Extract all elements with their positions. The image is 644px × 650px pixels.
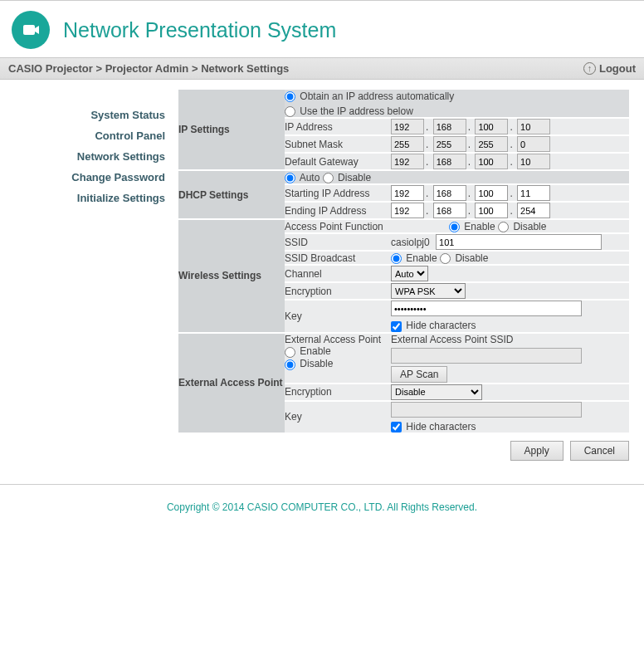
subnet-c[interactable] — [475, 136, 508, 152]
radio-obtain-ip[interactable]: Obtain an IP address automatically — [285, 90, 454, 102]
label-ip-address: IP Address — [285, 118, 391, 135]
label-external-ap: External Access Point — [285, 334, 381, 345]
radio-ext-disable[interactable]: Disable — [285, 358, 333, 369]
label-key: Key — [285, 300, 391, 332]
dhcp-end-c[interactable] — [475, 203, 508, 218]
label-ext-encryption: Encryption — [285, 384, 391, 401]
ssid-prefix: casiolpj0 — [391, 237, 430, 248]
sidebar-item-change-password[interactable]: Change Password — [0, 167, 165, 188]
subnet-a[interactable] — [391, 136, 424, 152]
svg-rect-0 — [23, 25, 35, 35]
main-panel: IP Settings Obtain an IP address automat… — [178, 80, 644, 474]
gateway-d[interactable] — [517, 154, 550, 169]
ssid-input[interactable] — [436, 234, 602, 250]
subnet-d[interactable] — [517, 136, 550, 152]
label-dhcp-end: Ending IP Address — [285, 202, 391, 219]
checkbox-hide-chars[interactable]: Hide characters — [391, 320, 476, 331]
ap-scan-button[interactable]: AP Scan — [391, 366, 447, 383]
radio-broadcast-disable[interactable]: Disable — [440, 252, 488, 264]
section-dhcp: DHCP Settings — [178, 170, 285, 219]
radio-broadcast-enable[interactable]: Enable — [391, 252, 437, 264]
section-external-ap: External Access Point — [178, 333, 285, 433]
footer-copyright: Copyright © 2014 CASIO COMPUTER CO., LTD… — [0, 485, 644, 526]
label-ap-function: Access Point Function — [285, 219, 391, 233]
sidebar-item-system-status[interactable]: System Status — [0, 105, 165, 125]
label-dhcp-start: Starting IP Address — [285, 184, 391, 202]
dhcp-end-d[interactable] — [517, 203, 550, 218]
radio-ext-enable[interactable]: Enable — [285, 345, 331, 357]
radio-apf-disable[interactable]: Disable — [498, 221, 546, 232]
section-wireless: Wireless Settings — [178, 219, 285, 332]
dhcp-end-b[interactable] — [433, 203, 466, 218]
sidebar-item-network-settings[interactable]: Network Settings — [0, 146, 165, 167]
dhcp-start-a[interactable] — [391, 185, 424, 201]
dhcp-start-b[interactable] — [433, 185, 466, 201]
label-subnet: Subnet Mask — [285, 135, 391, 153]
sidebar-item-initialize-settings[interactable]: Initialize Settings — [0, 188, 165, 208]
subnet-b[interactable] — [433, 136, 466, 152]
ext-key-input[interactable] — [391, 402, 582, 418]
label-ssid: SSID — [285, 233, 391, 251]
sidebar-item-control-panel[interactable]: Control Panel — [0, 125, 165, 146]
logout-link[interactable]: ↑ Logout — [583, 62, 636, 75]
header: Network Presentation System — [0, 1, 644, 57]
logout-icon: ↑ — [583, 62, 596, 75]
label-ext-ssid: External Access Point SSID — [391, 334, 513, 345]
radio-dhcp-disable[interactable]: Disable — [323, 172, 371, 183]
label-ext-key: Key — [285, 401, 391, 433]
radio-dhcp-auto[interactable]: Auto — [285, 172, 320, 183]
checkbox-ext-hide-chars[interactable]: Hide characters — [391, 421, 476, 433]
dhcp-start-c[interactable] — [475, 185, 508, 201]
gateway-a[interactable] — [391, 154, 424, 169]
encryption-select[interactable]: WPA PSK — [391, 283, 466, 299]
label-ssid-broadcast: SSID Broadcast — [285, 251, 391, 265]
ip-a[interactable] — [391, 119, 424, 134]
gateway-c[interactable] — [475, 154, 508, 169]
label-encryption: Encryption — [285, 282, 391, 300]
ip-c[interactable] — [475, 119, 508, 134]
ip-b[interactable] — [433, 119, 466, 134]
section-ip-settings: IP Settings — [178, 90, 285, 170]
dhcp-end-a[interactable] — [391, 203, 424, 218]
radio-use-ip-below[interactable]: Use the IP address below — [285, 105, 413, 117]
logout-label: Logout — [599, 62, 636, 75]
breadcrumb-bar: CASIO Projector > Projector Admin > Netw… — [0, 57, 644, 80]
page-title: Network Presentation System — [63, 18, 336, 42]
cancel-button[interactable]: Cancel — [570, 441, 629, 461]
ip-d[interactable] — [517, 119, 550, 134]
dhcp-start-d[interactable] — [517, 185, 550, 201]
channel-select[interactable]: Auto — [391, 266, 428, 281]
gateway-b[interactable] — [433, 154, 466, 169]
label-channel: Channel — [285, 265, 391, 282]
label-gateway: Default Gateway — [285, 153, 391, 170]
breadcrumb: CASIO Projector > Projector Admin > Netw… — [8, 62, 289, 75]
ext-encryption-select[interactable]: Disable — [391, 384, 482, 400]
sidebar: System Status Control Panel Network Sett… — [0, 80, 178, 474]
key-input[interactable] — [391, 301, 582, 316]
apply-button[interactable]: Apply — [510, 441, 564, 461]
logo-icon — [12, 11, 50, 49]
ext-ssid-input[interactable] — [391, 348, 582, 364]
radio-apf-enable[interactable]: Enable — [449, 221, 495, 232]
